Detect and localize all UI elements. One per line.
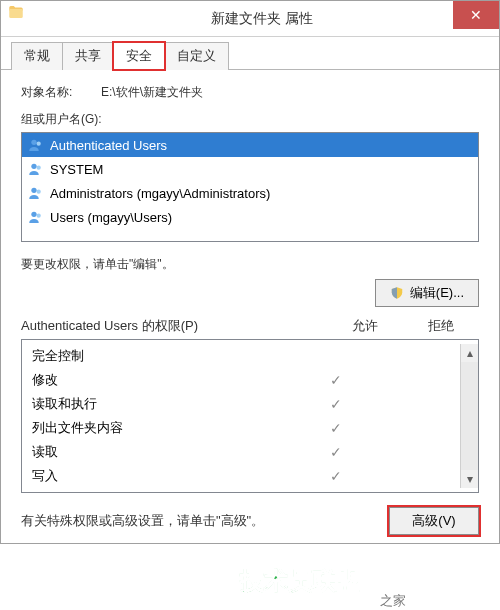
edit-button-row: 编辑(E)... (21, 279, 479, 307)
permission-row: 读取和执行✓ (22, 392, 460, 416)
tab-customize[interactable]: 自定义 (164, 42, 229, 70)
scroll-up-button[interactable]: ▴ (461, 344, 478, 362)
list-item-label: Users (mgayy\Users) (50, 210, 172, 225)
permission-allow: ✓ (298, 444, 374, 460)
permission-allow: ✓ (298, 420, 374, 436)
permission-row: 写入✓ (22, 464, 460, 488)
scroll-down-button[interactable]: ▾ (461, 470, 478, 488)
svg-point-2 (31, 164, 36, 169)
svg-point-1 (37, 142, 41, 146)
permission-row: 列出文件夹内容✓ (22, 416, 460, 440)
edit-hint: 要更改权限，请单击"编辑"。 (21, 256, 479, 273)
shield-icon (390, 286, 404, 300)
permission-name: 修改 (32, 371, 298, 389)
list-item[interactable]: Administrators (mgayy\Administrators) (22, 181, 478, 205)
list-item[interactable]: Users (mgayy\Users) (22, 205, 478, 229)
permission-allow: ✓ (298, 468, 374, 484)
close-icon: ✕ (470, 7, 482, 23)
edit-button-label: 编辑(E)... (410, 284, 464, 302)
permission-name: 读取 (32, 443, 298, 461)
permissions-deny-header: 拒绝 (403, 317, 479, 335)
groups-label: 组或用户名(G): (21, 111, 479, 128)
permission-name: 写入 (32, 467, 298, 485)
permission-name: 列出文件夹内容 (32, 419, 298, 437)
object-name-label: 对象名称: (21, 84, 101, 101)
tab-bar: 常规 共享 安全 自定义 (1, 37, 499, 70)
list-item[interactable]: SYSTEM (22, 157, 478, 181)
window-title: 新建文件夹 属性 (25, 10, 499, 28)
svg-point-6 (31, 212, 36, 217)
svg-point-5 (37, 190, 41, 194)
scrollbar[interactable]: ▴ ▾ (460, 344, 478, 488)
permission-row: 完全控制 (22, 344, 460, 368)
users-icon (28, 209, 44, 225)
permissions-header-name: Authenticated Users 的权限(P) (21, 317, 327, 335)
chevron-up-icon: ▴ (467, 346, 473, 360)
svg-point-4 (31, 188, 36, 193)
users-icon (28, 161, 44, 177)
tab-security[interactable]: 安全 (113, 42, 165, 70)
edit-button[interactable]: 编辑(E)... (375, 279, 479, 307)
list-item[interactable]: Authenticated Users (22, 133, 478, 157)
permissions-header: Authenticated Users 的权限(P) 允许 拒绝 (21, 317, 479, 335)
svg-point-3 (37, 166, 41, 170)
advanced-button-label: 高级(V) (412, 512, 455, 530)
advanced-hint: 有关特殊权限或高级设置，请单击"高级"。 (21, 512, 381, 530)
close-button[interactable]: ✕ (453, 1, 499, 29)
object-name-row: 对象名称: E:\软件\新建文件夹 (21, 84, 479, 101)
properties-window: 新建文件夹 属性 ✕ 常规 共享 安全 自定义 对象名称: E:\软件\新建文件… (0, 0, 500, 544)
permissions-listbox: 完全控制修改✓读取和执行✓列出文件夹内容✓读取✓写入✓ ▴ ▾ (21, 339, 479, 493)
object-name-value: E:\软件\新建文件夹 (101, 84, 203, 101)
permission-row: 修改✓ (22, 368, 460, 392)
svg-point-0 (31, 140, 36, 145)
groups-listbox[interactable]: Authenticated Users SYSTEM Administrator… (21, 132, 479, 242)
users-icon (28, 185, 44, 201)
svg-point-7 (37, 214, 41, 218)
permissions-rows: 完全控制修改✓读取和执行✓列出文件夹内容✓读取✓写入✓ (22, 344, 460, 488)
advanced-button[interactable]: 高级(V) (389, 507, 479, 535)
permission-row: 读取✓ (22, 440, 460, 464)
tab-general[interactable]: 常规 (11, 42, 63, 70)
folder-icon (7, 3, 25, 21)
list-item-label: Administrators (mgayy\Administrators) (50, 186, 270, 201)
chevron-down-icon: ▾ (467, 472, 473, 486)
content-area: 对象名称: E:\软件\新建文件夹 组或用户名(G): Authenticate… (1, 70, 499, 543)
list-item-label: Authenticated Users (50, 138, 167, 153)
permission-name: 完全控制 (32, 347, 298, 365)
permissions-allow-header: 允许 (327, 317, 403, 335)
users-icon (28, 137, 44, 153)
permission-allow: ✓ (298, 372, 374, 388)
advanced-row: 有关特殊权限或高级设置，请单击"高级"。 高级(V) (21, 507, 479, 535)
list-item-label: SYSTEM (50, 162, 103, 177)
tab-sharing[interactable]: 共享 (62, 42, 114, 70)
permission-name: 读取和执行 (32, 395, 298, 413)
permission-allow: ✓ (298, 396, 374, 412)
titlebar: 新建文件夹 属性 ✕ (1, 1, 499, 37)
